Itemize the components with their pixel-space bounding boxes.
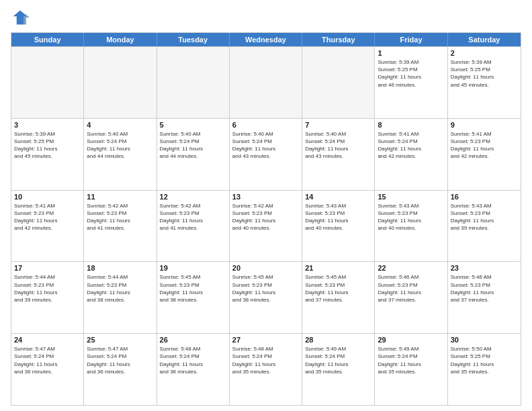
day-info: Sunrise: 5:44 AM Sunset: 5:23 PM Dayligh… [14, 273, 81, 304]
day-info: Sunrise: 5:40 AM Sunset: 5:24 PM Dayligh… [160, 130, 226, 161]
day-number: 27 [232, 336, 299, 344]
day-info: Sunrise: 5:42 AM Sunset: 5:23 PM Dayligh… [160, 202, 226, 232]
header-day-thursday: Thursday [302, 33, 375, 46]
header-day-tuesday: Tuesday [157, 33, 230, 46]
calendar-cell: 16Sunrise: 5:43 AM Sunset: 5:23 PM Dayli… [448, 191, 521, 262]
calendar-cell: 8Sunrise: 5:41 AM Sunset: 5:24 PM Daylig… [375, 119, 447, 190]
calendar-cell: 10Sunrise: 5:41 AM Sunset: 5:23 PM Dayli… [11, 191, 84, 262]
day-number: 5 [160, 121, 226, 129]
calendar-cell: 23Sunrise: 5:46 AM Sunset: 5:23 PM Dayli… [448, 262, 521, 333]
calendar-cell: 24Sunrise: 5:47 AM Sunset: 5:24 PM Dayli… [11, 334, 84, 405]
day-number: 18 [87, 264, 153, 272]
calendar-header: SundayMondayTuesdayWednesdayThursdayFrid… [11, 33, 521, 46]
day-number: 12 [160, 193, 226, 201]
calendar-cell: 2Sunrise: 5:39 AM Sunset: 5:25 PM Daylig… [448, 47, 521, 118]
header-day-wednesday: Wednesday [230, 33, 302, 46]
day-number: 23 [451, 264, 518, 272]
day-info: Sunrise: 5:44 AM Sunset: 5:23 PM Dayligh… [87, 273, 153, 304]
calendar-cell [11, 47, 84, 118]
day-info: Sunrise: 5:48 AM Sunset: 5:24 PM Dayligh… [232, 345, 299, 375]
day-info: Sunrise: 5:43 AM Sunset: 5:23 PM Dayligh… [378, 202, 444, 232]
calendar-cell: 26Sunrise: 5:48 AM Sunset: 5:24 PM Dayli… [157, 334, 230, 405]
calendar-cell: 14Sunrise: 5:43 AM Sunset: 5:23 PM Dayli… [302, 191, 375, 262]
day-number: 24 [14, 336, 81, 344]
day-number: 19 [160, 264, 226, 272]
calendar: SundayMondayTuesdayWednesdayThursdayFrid… [11, 32, 521, 406]
day-info: Sunrise: 5:46 AM Sunset: 5:23 PM Dayligh… [378, 273, 444, 304]
day-info: Sunrise: 5:45 AM Sunset: 5:23 PM Dayligh… [232, 273, 299, 304]
calendar-cell: 22Sunrise: 5:46 AM Sunset: 5:23 PM Dayli… [375, 262, 447, 333]
day-info: Sunrise: 5:43 AM Sunset: 5:23 PM Dayligh… [305, 202, 371, 232]
calendar-cell: 6Sunrise: 5:40 AM Sunset: 5:24 PM Daylig… [230, 119, 302, 190]
calendar-cell [157, 47, 230, 118]
day-info: Sunrise: 5:42 AM Sunset: 5:23 PM Dayligh… [87, 202, 153, 232]
calendar-cell: 9Sunrise: 5:41 AM Sunset: 5:23 PM Daylig… [448, 119, 521, 190]
calendar-cell: 1Sunrise: 5:39 AM Sunset: 5:25 PM Daylig… [375, 47, 447, 118]
calendar-cell: 5Sunrise: 5:40 AM Sunset: 5:24 PM Daylig… [157, 119, 230, 190]
calendar-cell: 25Sunrise: 5:47 AM Sunset: 5:24 PM Dayli… [84, 334, 157, 405]
calendar-cell: 13Sunrise: 5:42 AM Sunset: 5:23 PM Dayli… [230, 191, 302, 262]
day-number: 21 [305, 264, 371, 272]
logo [11, 8, 32, 27]
day-info: Sunrise: 5:39 AM Sunset: 5:25 PM Dayligh… [14, 130, 81, 161]
day-number: 3 [14, 121, 81, 129]
day-info: Sunrise: 5:42 AM Sunset: 5:23 PM Dayligh… [232, 202, 299, 232]
day-number: 2 [451, 49, 518, 57]
day-info: Sunrise: 5:39 AM Sunset: 5:25 PM Dayligh… [451, 58, 518, 89]
day-number: 17 [14, 264, 81, 272]
day-info: Sunrise: 5:43 AM Sunset: 5:23 PM Dayligh… [451, 202, 518, 232]
day-info: Sunrise: 5:47 AM Sunset: 5:24 PM Dayligh… [87, 345, 153, 375]
header-day-sunday: Sunday [11, 33, 84, 46]
page: SundayMondayTuesdayWednesdayThursdayFrid… [0, 0, 532, 411]
day-info: Sunrise: 5:46 AM Sunset: 5:23 PM Dayligh… [451, 273, 518, 304]
day-info: Sunrise: 5:41 AM Sunset: 5:23 PM Dayligh… [451, 130, 518, 161]
day-number: 22 [378, 264, 444, 272]
day-number: 7 [305, 121, 371, 129]
calendar-cell: 11Sunrise: 5:42 AM Sunset: 5:23 PM Dayli… [84, 191, 157, 262]
calendar-row-1: 1Sunrise: 5:39 AM Sunset: 5:25 PM Daylig… [11, 46, 521, 118]
calendar-cell: 18Sunrise: 5:44 AM Sunset: 5:23 PM Dayli… [84, 262, 157, 333]
day-number: 30 [451, 336, 518, 344]
calendar-cell: 29Sunrise: 5:49 AM Sunset: 5:24 PM Dayli… [375, 334, 447, 405]
logo-icon [11, 8, 30, 27]
day-info: Sunrise: 5:41 AM Sunset: 5:24 PM Dayligh… [378, 130, 444, 161]
day-number: 4 [87, 121, 153, 129]
calendar-cell [84, 47, 157, 118]
calendar-body: 1Sunrise: 5:39 AM Sunset: 5:25 PM Daylig… [11, 46, 521, 405]
day-info: Sunrise: 5:50 AM Sunset: 5:25 PM Dayligh… [451, 345, 518, 375]
calendar-cell: 3Sunrise: 5:39 AM Sunset: 5:25 PM Daylig… [11, 119, 84, 190]
day-number: 16 [451, 193, 518, 201]
day-number: 10 [14, 193, 81, 201]
day-info: Sunrise: 5:45 AM Sunset: 5:23 PM Dayligh… [305, 273, 371, 304]
day-number: 15 [378, 193, 444, 201]
calendar-cell: 20Sunrise: 5:45 AM Sunset: 5:23 PM Dayli… [230, 262, 302, 333]
calendar-row-2: 3Sunrise: 5:39 AM Sunset: 5:25 PM Daylig… [11, 118, 521, 190]
header-day-saturday: Saturday [448, 33, 521, 46]
calendar-cell: 30Sunrise: 5:50 AM Sunset: 5:25 PM Dayli… [448, 334, 521, 405]
day-number: 28 [305, 336, 371, 344]
day-number: 1 [378, 49, 444, 57]
calendar-cell: 12Sunrise: 5:42 AM Sunset: 5:23 PM Dayli… [157, 191, 230, 262]
day-number: 25 [87, 336, 153, 344]
calendar-row-4: 17Sunrise: 5:44 AM Sunset: 5:23 PM Dayli… [11, 261, 521, 333]
day-info: Sunrise: 5:39 AM Sunset: 5:25 PM Dayligh… [378, 58, 444, 89]
calendar-cell: 27Sunrise: 5:48 AM Sunset: 5:24 PM Dayli… [230, 334, 302, 405]
calendar-cell: 17Sunrise: 5:44 AM Sunset: 5:23 PM Dayli… [11, 262, 84, 333]
day-number: 29 [378, 336, 444, 344]
day-number: 26 [160, 336, 226, 344]
day-info: Sunrise: 5:41 AM Sunset: 5:23 PM Dayligh… [14, 202, 81, 232]
day-info: Sunrise: 5:40 AM Sunset: 5:24 PM Dayligh… [305, 130, 371, 161]
day-number: 6 [232, 121, 299, 129]
calendar-cell [230, 47, 302, 118]
header-day-friday: Friday [375, 33, 447, 46]
calendar-cell: 21Sunrise: 5:45 AM Sunset: 5:23 PM Dayli… [302, 262, 375, 333]
calendar-cell [302, 47, 375, 118]
header-day-monday: Monday [84, 33, 157, 46]
header [11, 8, 521, 27]
day-info: Sunrise: 5:45 AM Sunset: 5:23 PM Dayligh… [160, 273, 226, 304]
day-number: 13 [232, 193, 299, 201]
calendar-cell: 4Sunrise: 5:40 AM Sunset: 5:24 PM Daylig… [84, 119, 157, 190]
day-info: Sunrise: 5:48 AM Sunset: 5:24 PM Dayligh… [160, 345, 226, 375]
day-info: Sunrise: 5:40 AM Sunset: 5:24 PM Dayligh… [232, 130, 299, 161]
day-number: 8 [378, 121, 444, 129]
